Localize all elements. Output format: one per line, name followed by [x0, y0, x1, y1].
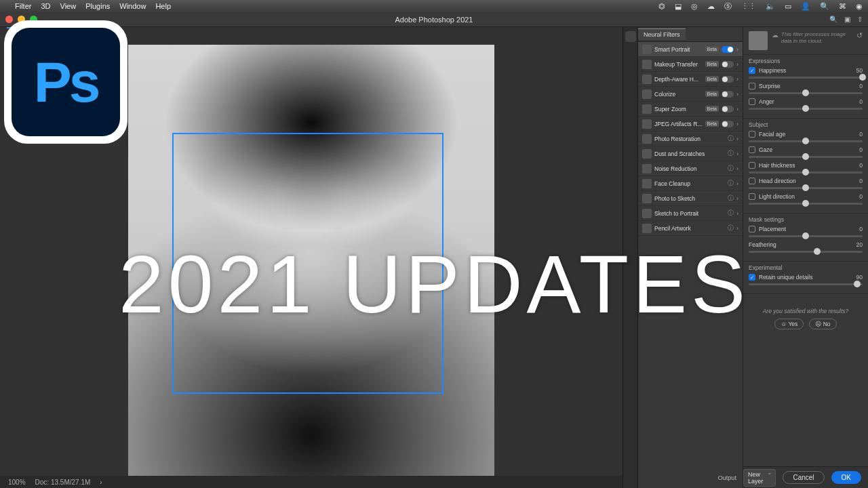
filter-row-makeup-transfer[interactable]: Makeup TransferBeta› — [638, 57, 743, 72]
chevron-right-icon[interactable]: › — [736, 61, 738, 68]
chevron-right-icon[interactable]: › — [736, 180, 738, 187]
slider-checkbox[interactable]: ✓ — [749, 67, 755, 74]
slider-track[interactable] — [749, 108, 863, 110]
cancel-button[interactable]: Cancel — [783, 471, 824, 484]
filter-row-dust-and-scratches[interactable]: Dust and Scratchesⓘ› — [638, 146, 743, 161]
filter-row-photo-to-sketch[interactable]: Photo to Sketchⓘ› — [638, 191, 743, 206]
filter-name: Colorize — [654, 91, 703, 98]
filter-name: Dust and Scratches — [654, 150, 725, 157]
slider-track[interactable] — [749, 187, 863, 189]
slider-knob[interactable] — [802, 89, 809, 96]
filter-row-sketch-to-portrait[interactable]: Sketch to Portraitⓘ› — [638, 206, 743, 221]
slider-track[interactable] — [749, 156, 863, 158]
status-control-icon[interactable]: ⌘ — [839, 2, 846, 11]
status-dropbox-icon[interactable]: ⬓ — [675, 2, 682, 11]
output-select[interactable]: New Layer — [743, 469, 776, 487]
slider-knob[interactable] — [802, 105, 809, 112]
chevron-right-icon[interactable]: › — [736, 46, 738, 53]
zoom-level[interactable]: 100% — [8, 479, 26, 486]
slider-track[interactable] — [749, 92, 863, 94]
info-icon[interactable]: ⓘ — [728, 224, 734, 232]
info-icon[interactable]: ⓘ — [728, 134, 734, 143]
info-icon[interactable]: ⓘ — [728, 149, 734, 158]
status-battery-icon[interactable]: ▭ — [785, 2, 791, 11]
slider-knob[interactable] — [802, 138, 809, 144]
slider-track[interactable] — [749, 140, 863, 142]
chevron-right-icon[interactable]: › — [736, 150, 738, 157]
slider-checkbox[interactable] — [749, 162, 755, 169]
chevron-right-icon[interactable]: › — [736, 76, 738, 83]
menu-plugins[interactable]: Plugins — [85, 2, 110, 10]
slider-knob[interactable] — [802, 184, 809, 191]
info-icon[interactable]: ⓘ — [728, 164, 734, 173]
panel-tab-bar: Neural Filters — [638, 27, 743, 42]
filter-toggle[interactable] — [722, 61, 734, 68]
slider-track[interactable] — [749, 171, 863, 174]
info-icon[interactable]: ⓘ — [728, 209, 734, 218]
slider-checkbox[interactable] — [749, 98, 755, 105]
status-user-icon[interactable]: 👤 — [801, 2, 810, 11]
menu-help[interactable]: Help — [155, 2, 171, 10]
slider-checkbox[interactable] — [749, 178, 755, 184]
slider-knob[interactable] — [859, 74, 866, 81]
filter-row-noise-reduction[interactable]: Noise Reductionⓘ› — [638, 161, 743, 176]
slider-knob[interactable] — [802, 200, 809, 207]
chevron-right-icon[interactable]: › — [736, 106, 738, 113]
status-cloud-icon[interactable]: ☁ — [707, 2, 715, 11]
chevron-right-icon[interactable]: › — [736, 210, 738, 217]
slider-checkbox[interactable] — [749, 83, 755, 89]
chevron-right-icon[interactable]: › — [736, 195, 738, 202]
filter-row-depth-aware-h[interactable]: Depth-Aware H...Beta› — [638, 72, 743, 87]
menu-view[interactable]: View — [60, 2, 77, 10]
filter-row-face-cleanup[interactable]: Face Cleanupⓘ› — [638, 176, 743, 191]
beta-badge: Beta — [705, 61, 719, 67]
expand-panel-icon[interactable] — [625, 31, 636, 42]
status-siri-icon[interactable]: ◉ — [856, 2, 863, 11]
status-s-icon[interactable]: ⓢ — [724, 1, 732, 12]
filter-row-photo-restoration[interactable]: Photo Restorationⓘ› — [638, 131, 743, 146]
chevron-right-icon[interactable]: › — [736, 225, 738, 232]
filter-toggle[interactable] — [722, 46, 734, 53]
filter-toggle[interactable] — [722, 76, 734, 83]
slider-track[interactable] — [749, 77, 863, 79]
filter-row-pencil-artwork[interactable]: Pencil Artworkⓘ› — [638, 221, 743, 236]
menu-filter[interactable]: Filter — [15, 2, 31, 10]
chevron-right-icon[interactable]: › — [736, 136, 738, 142]
share-icon[interactable]: ⇪ — [857, 16, 863, 23]
filter-toggle[interactable] — [722, 91, 734, 98]
workspace-icon[interactable]: ▣ — [844, 16, 850, 23]
filter-row-jpeg-artifacts-r[interactable]: JPEG Artifacts R...Beta› — [638, 117, 743, 131]
slider-knob[interactable] — [802, 169, 809, 176]
slider-knob[interactable] — [802, 153, 809, 160]
ok-button[interactable]: OK — [831, 471, 861, 484]
face-thumbnail[interactable] — [749, 31, 768, 50]
reset-icon[interactable]: ↺ — [856, 31, 863, 40]
status-sound-icon[interactable]: 🔈 — [766, 2, 775, 11]
status-tv-icon[interactable]: ⏣ — [658, 2, 665, 11]
info-icon[interactable]: ⓘ — [728, 194, 734, 203]
slider-checkbox[interactable] — [749, 131, 755, 138]
neural-filters-tab[interactable]: Neural Filters — [638, 28, 686, 40]
status-search-icon[interactable]: 🔍 — [820, 2, 829, 11]
filter-row-colorize[interactable]: ColorizeBeta› — [638, 87, 743, 102]
chevron-right-icon[interactable]: › — [736, 91, 738, 98]
filter-toggle[interactable] — [722, 121, 734, 127]
filter-row-super-zoom[interactable]: Super ZoomBeta› — [638, 102, 743, 117]
filter-row-smart-portrait[interactable]: Smart PortraitBeta› — [638, 42, 743, 57]
slider-checkbox[interactable] — [749, 146, 755, 153]
filter-thumb-icon — [642, 60, 652, 69]
chevron-right-icon[interactable]: › — [100, 479, 102, 486]
info-icon[interactable]: ⓘ — [728, 179, 734, 188]
menu-window[interactable]: Window — [119, 2, 146, 10]
slider-checkbox[interactable] — [749, 193, 755, 200]
chevron-right-icon[interactable]: › — [736, 165, 738, 172]
slider-track[interactable] — [749, 203, 863, 205]
filter-toggle[interactable] — [722, 106, 734, 113]
close-window-icon[interactable] — [5, 16, 13, 23]
menu-3d[interactable]: 3D — [41, 2, 50, 10]
search-icon[interactable]: 🔍 — [829, 16, 837, 23]
slider-checkbox[interactable] — [749, 226, 755, 232]
status-wifi-icon[interactable]: ⋮⋮ — [741, 2, 756, 11]
chevron-right-icon[interactable]: › — [736, 121, 738, 127]
status-cc-icon[interactable]: ◎ — [691, 2, 698, 11]
